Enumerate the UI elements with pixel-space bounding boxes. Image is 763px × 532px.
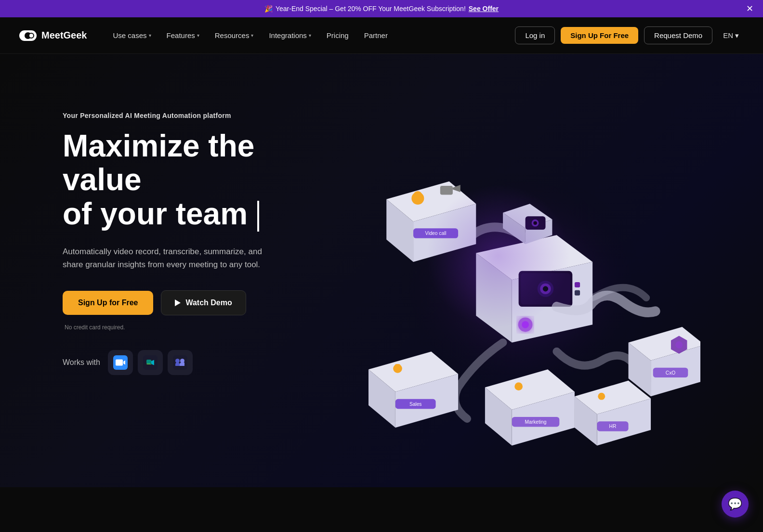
chevron-down-icon: ▾	[735, 31, 739, 40]
hero-content: Your Personalized AI Meeting Automation …	[63, 83, 332, 375]
chevron-down-icon: ▾	[251, 33, 253, 38]
request-demo-button[interactable]: Request Demo	[644, 26, 712, 44]
hero-demo-label: Watch Demo	[185, 298, 232, 307]
announcement-cta[interactable]: See Offer	[469, 5, 499, 13]
language-selector[interactable]: EN ▾	[718, 27, 744, 44]
nav-item-features[interactable]: Features ▾	[160, 27, 206, 43]
nav-label-partner: Partner	[364, 31, 388, 39]
hero-description: Automatically video record, transcribe, …	[63, 245, 275, 271]
svg-point-25	[413, 191, 422, 200]
svg-rect-3	[180, 359, 184, 363]
announcement-bar: 🎉 Year-End Special – Get 20% OFF Your Me…	[0, 0, 763, 17]
svg-rect-2	[173, 355, 187, 370]
svg-rect-14	[575, 282, 580, 287]
hero-title-line2: of your team	[63, 196, 248, 231]
svg-rect-32	[395, 364, 400, 371]
hero-title-line1: Maximize the value	[63, 129, 254, 197]
nav-links: Use cases ▾ Features ▾ Resources ▾ Integ…	[106, 27, 515, 43]
chevron-down-icon: ▾	[149, 33, 151, 38]
background-orb	[426, 184, 570, 328]
logo-icon	[19, 30, 37, 41]
integration-zoom[interactable]	[108, 350, 133, 375]
nav-signup-button[interactable]: Sign Up For Free	[561, 27, 638, 44]
announcement-emoji: 🎉	[264, 5, 273, 13]
chat-icon: 💬	[728, 497, 742, 511]
announcement-text: Year-End Special – Get 20% OFF Your Meet…	[276, 5, 466, 13]
hero-section: Your Personalized AI Meeting Automation …	[0, 54, 763, 487]
nav-item-pricing[interactable]: Pricing	[320, 27, 355, 43]
chat-button[interactable]: 💬	[722, 491, 749, 518]
svg-point-38	[514, 382, 523, 390]
navbar: MeetGeek Use cases ▾ Features ▾ Resource…	[0, 17, 763, 54]
works-with-label: Works with	[63, 358, 100, 367]
nav-label-integrations: Integrations	[269, 31, 306, 39]
nav-item-integrations[interactable]: Integrations ▾	[262, 27, 317, 43]
svg-rect-15	[575, 290, 580, 296]
logo[interactable]: MeetGeek	[19, 30, 87, 41]
logo-text: MeetGeek	[41, 30, 87, 41]
svg-rect-23	[440, 186, 453, 195]
integration-icons	[108, 350, 193, 375]
login-button[interactable]: Log in	[515, 26, 555, 44]
svg-text:Sales: Sales	[409, 402, 422, 407]
integration-teams[interactable]	[168, 350, 193, 375]
nav-label-pricing: Pricing	[327, 31, 349, 39]
play-icon	[175, 299, 181, 306]
nav-item-resources[interactable]: Resources ▾	[208, 27, 261, 43]
chevron-down-icon: ▾	[197, 33, 199, 38]
nav-item-partner[interactable]: Partner	[357, 27, 395, 43]
svg-text:HR: HR	[609, 424, 617, 429]
hero-visual: Video call Sales Marketing	[332, 83, 700, 468]
svg-point-44	[598, 393, 605, 400]
hero-demo-button[interactable]: Watch Demo	[161, 290, 246, 315]
svg-point-4	[175, 359, 180, 363]
nav-item-use-cases[interactable]: Use cases ▾	[106, 27, 158, 43]
hero-tagline: Your Personalized AI Meeting Automation …	[63, 112, 332, 119]
nav-actions: Log in Sign Up For Free Request Demo EN …	[515, 26, 744, 44]
lang-text: EN	[723, 31, 733, 39]
text-cursor	[257, 201, 259, 232]
svg-text:CxO: CxO	[666, 370, 675, 376]
works-with: Works with	[63, 350, 332, 375]
nav-label-resources: Resources	[215, 31, 250, 39]
no-credit-text: No credit card required.	[65, 324, 332, 331]
hero-title: Maximize the value of your team	[63, 129, 332, 232]
integration-google-meet[interactable]	[138, 350, 163, 375]
svg-text:Marketing: Marketing	[525, 419, 547, 425]
nav-label-use-cases: Use cases	[113, 31, 147, 39]
announcement-close-button[interactable]: ✕	[746, 4, 753, 13]
svg-point-51	[675, 341, 683, 349]
hero-signup-button[interactable]: Sign Up for Free	[63, 291, 153, 315]
chevron-down-icon: ▾	[309, 33, 311, 38]
hero-cta: Sign Up for Free Watch Demo	[63, 290, 332, 315]
nav-label-features: Features	[167, 31, 195, 39]
